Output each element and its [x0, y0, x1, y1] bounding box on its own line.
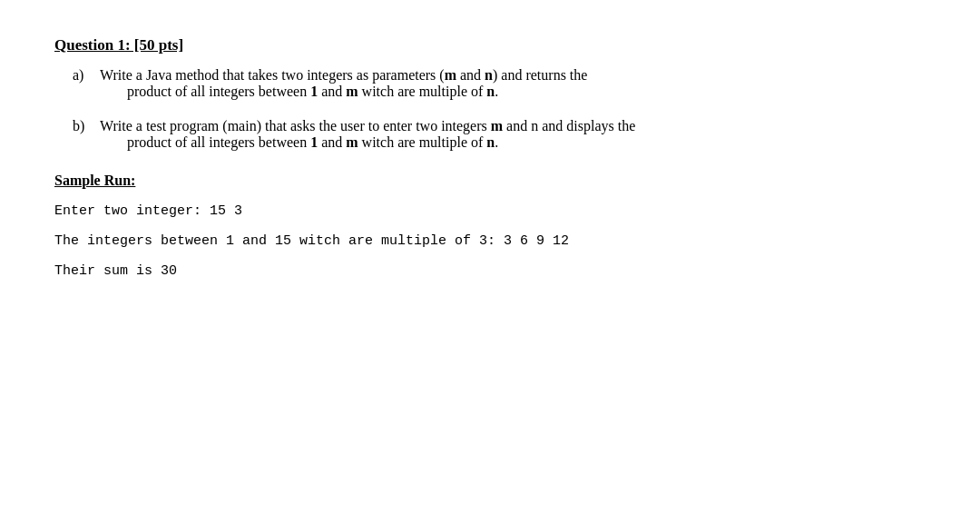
- part-b-content: Write a test program (main) that asks th…: [100, 118, 926, 151]
- part-b-line2: product of all integers between 1 and m …: [100, 134, 926, 151]
- part-b-label: b): [73, 118, 100, 134]
- question-title: Question 1: [50 pts]: [54, 36, 926, 54]
- sample-run-label: Sample Run:: [54, 173, 926, 189]
- part-a-line1: Write a Java method that takes two integ…: [100, 67, 926, 84]
- part-a-line2: product of all integers between 1 and m …: [100, 84, 926, 100]
- part-b: b) Write a test program (main) that asks…: [54, 118, 926, 151]
- part-a-label: a): [73, 67, 100, 84]
- code-line-3: Their sum is 30: [54, 263, 926, 279]
- part-a-content: Write a Java method that takes two integ…: [100, 67, 926, 100]
- part-a: a) Write a Java method that takes two in…: [54, 67, 926, 100]
- part-b-line1: Write a test program (main) that asks th…: [100, 118, 926, 134]
- code-line-2: The integers between 1 and 15 witch are …: [54, 233, 926, 249]
- code-line-1: Enter two integer: 15 3: [54, 203, 926, 219]
